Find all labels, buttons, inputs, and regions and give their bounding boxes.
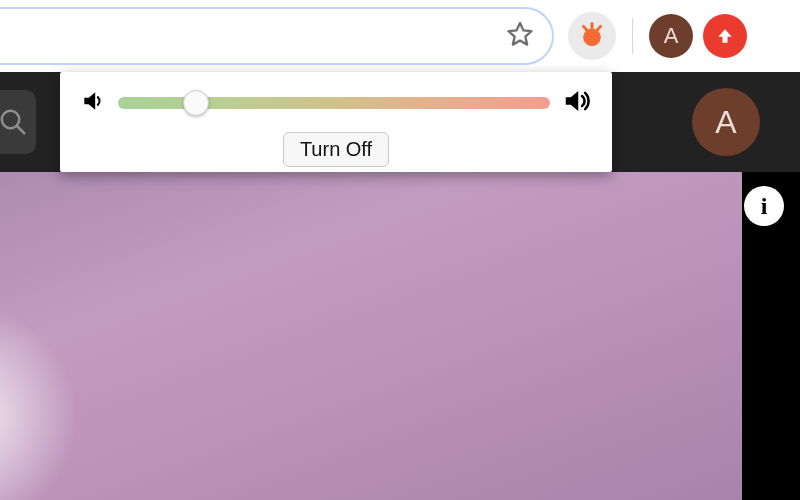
profile-avatar[interactable]: A	[649, 14, 693, 58]
svg-line-6	[17, 126, 25, 134]
bookmark-star-icon[interactable]	[506, 20, 534, 52]
svg-point-1	[583, 29, 601, 47]
volume-slider-row	[80, 86, 592, 120]
content-area	[0, 172, 800, 500]
page-account-avatar-letter: A	[715, 104, 736, 141]
volume-slider-thumb[interactable]	[183, 90, 209, 116]
info-icon: i	[761, 193, 768, 220]
browser-toolbar: A	[0, 0, 800, 72]
page-search-button[interactable]	[0, 90, 36, 154]
page-account-avatar[interactable]: A	[692, 88, 760, 156]
video-player[interactable]	[0, 172, 742, 500]
svg-line-4	[598, 26, 601, 29]
extension-button[interactable]	[568, 12, 616, 60]
turn-off-button[interactable]: Turn Off	[283, 132, 389, 167]
volume-high-icon	[562, 86, 592, 120]
address-bar[interactable]	[0, 7, 554, 65]
update-button[interactable]	[703, 14, 747, 58]
svg-line-3	[584, 26, 587, 29]
toolbar-divider	[632, 18, 633, 54]
svg-marker-0	[509, 23, 532, 45]
volume-low-icon	[80, 88, 106, 118]
extension-popup: Turn Off	[60, 72, 612, 172]
arrow-up-icon	[715, 26, 735, 46]
extensions-area: A	[568, 12, 747, 60]
info-button[interactable]: i	[744, 186, 784, 226]
profile-avatar-letter: A	[664, 23, 679, 49]
search-icon	[0, 107, 28, 137]
volume-slider[interactable]	[118, 97, 550, 109]
